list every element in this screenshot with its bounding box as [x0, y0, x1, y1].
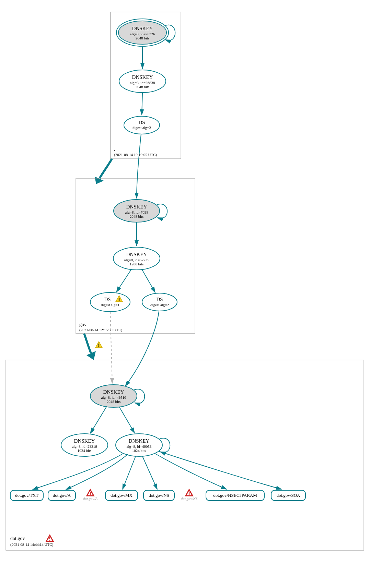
edge-dgksk-zsk2: [119, 407, 135, 433]
svg-text:alg=8, id=23316: alg=8, id=23316: [72, 444, 97, 448]
svg-text:alg=8, id=26838: alg=8, id=26838: [130, 81, 155, 85]
svg-text:DNSKEY: DNSKEY: [126, 252, 147, 257]
edge-govzsk-ds2: [142, 269, 155, 292]
svg-text:dot.gov/NSEC3PARAM: dot.gov/NSEC3PARAM: [213, 493, 257, 498]
edge-dgksk-zsk1: [90, 406, 107, 433]
svg-text:2048 bits: 2048 bits: [136, 36, 150, 40]
edge-govds1-dgksk: [110, 312, 112, 383]
node-dg-ksk: DNSKEY alg=8, id=49516 2048 bits: [90, 385, 137, 407]
edge-zsk2-soa: [159, 451, 281, 489]
svg-text:dot.gov/TXT: dot.gov/TXT: [15, 493, 38, 498]
zone-dotgov-label: dot.gov: [10, 536, 25, 541]
svg-text:DS: DS: [138, 120, 145, 125]
zone-dotgov-ts: (2021-08-14 14:44:14 UTC): [10, 542, 54, 547]
svg-text:dot.gov/NS: dot.gov/NS: [181, 496, 198, 501]
edge-zsk2-a: [66, 454, 128, 490]
edge-rootds-govksk: [137, 134, 141, 198]
node-dg-zsk1: DNSKEY alg=8, id=23316 1024 bits: [61, 434, 108, 456]
svg-text:1024 bits: 1024 bits: [132, 448, 146, 453]
edge-govds2-dgksk: [125, 311, 159, 386]
svg-text:DNSKEY: DNSKEY: [103, 389, 124, 395]
svg-text:alg=8, id=20326: alg=8, id=20326: [130, 32, 155, 36]
svg-text:1280 bits: 1280 bits: [130, 262, 144, 266]
edge-govzsk-ds1: [116, 269, 131, 292]
node-root-zsk: DNSKEY alg=8, id=26838 2048 bits: [119, 70, 166, 93]
node-dg-zsk2: DNSKEY alg=8, id=49053 1024 bits: [116, 434, 162, 456]
node-root-ds: DS digest alg=2: [124, 116, 160, 134]
svg-text:alg=8, id=49516: alg=8, id=49516: [101, 395, 126, 399]
warning-icon: [95, 341, 102, 348]
ghost-a: dot.gov/A: [83, 490, 98, 501]
node-root-ksk: DNSKEY alg=8, id=20326 2048 bits: [116, 19, 169, 46]
edge-zsk2-nsec3: [154, 453, 227, 489]
svg-text:dot.gov/SOA: dot.gov/SOA: [277, 493, 301, 498]
svg-text:dot.gov/A: dot.gov/A: [83, 496, 98, 501]
svg-text:alg=8, id=49053: alg=8, id=49053: [127, 444, 152, 448]
node-gov-ds1: DS digest alg=1: [90, 292, 130, 312]
svg-text:2048 bits: 2048 bits: [107, 399, 121, 404]
svg-text:digest alg=1: digest alg=1: [101, 303, 119, 307]
edge-zsk2-ns: [142, 456, 157, 489]
leaf-nsec3: dot.gov/NSEC3PARAM: [206, 490, 264, 501]
svg-text:2048 bits: 2048 bits: [130, 214, 144, 218]
svg-text:alg=8, id=7698: alg=8, id=7698: [125, 210, 148, 214]
svg-text:digest alg=2: digest alg=2: [150, 303, 169, 307]
leaf-soa: dot.gov/SOA: [271, 490, 305, 501]
node-gov-ksk: DNSKEY alg=8, id=7698 2048 bits: [114, 200, 160, 222]
svg-text:dot.gov/MX: dot.gov/MX: [111, 493, 133, 498]
svg-text:dot.gov/NS: dot.gov/NS: [149, 493, 169, 498]
svg-text:2048 bits: 2048 bits: [136, 85, 150, 89]
leaf-mx: dot.gov/MX: [105, 490, 138, 501]
svg-text:DNSKEY: DNSKEY: [132, 74, 153, 80]
edge-deleg-root-gov: [100, 159, 112, 178]
svg-text:DNSKEY: DNSKEY: [126, 204, 147, 209]
edge-zsk2-mx: [123, 456, 136, 489]
zone-gov-label: gov: [79, 322, 87, 327]
zone-root-label: .: [114, 147, 115, 152]
zone-dotgov-box: [6, 360, 364, 550]
leaf-txt: dot.gov/TXT: [10, 490, 43, 501]
zone-gov-ts: (2021-08-14 12:15:39 UTC): [79, 328, 123, 332]
svg-text:dot.gov/A: dot.gov/A: [53, 493, 71, 498]
svg-text:digest alg=2: digest alg=2: [132, 125, 151, 130]
svg-text:DNSKEY: DNSKEY: [132, 26, 153, 31]
edge-rootzsk-rootds: [142, 93, 142, 115]
edge-deleg-gov-dotgov: [84, 334, 91, 353]
svg-text:DS: DS: [156, 297, 163, 302]
svg-text:alg=8, id=57735: alg=8, id=57735: [124, 258, 149, 262]
node-gov-zsk: DNSKEY alg=8, id=57735 1280 bits: [113, 247, 160, 270]
node-gov-ds2: DS digest alg=2: [142, 293, 177, 311]
leaf-ns: dot.gov/NS: [143, 490, 174, 501]
error-icon: [46, 535, 53, 541]
svg-text:1024 bits: 1024 bits: [78, 448, 92, 453]
ghost-ns: dot.gov/NS: [181, 490, 198, 501]
svg-text:DNSKEY: DNSKEY: [74, 438, 95, 444]
zone-root-ts: (2021-08-14 10:10:05 UTC): [114, 153, 157, 157]
svg-text:DNSKEY: DNSKEY: [129, 438, 150, 444]
svg-text:DS: DS: [104, 297, 111, 302]
leaf-a: dot.gov/A: [48, 490, 76, 501]
